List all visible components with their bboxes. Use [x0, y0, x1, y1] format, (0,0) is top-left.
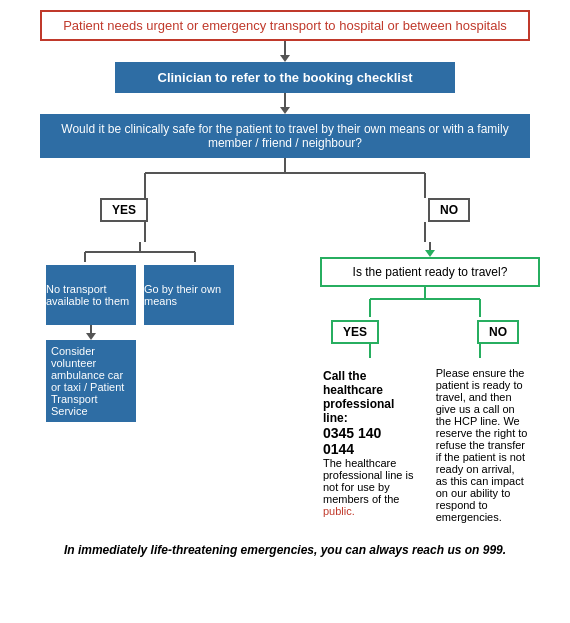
call-box: Call the healthcare professional line: 0…: [315, 361, 422, 525]
left-col-consider: Consider volunteer ambulance car or taxi…: [45, 325, 137, 422]
branch-svg-top: [40, 158, 530, 198]
call-note-text: The healthcare professional line is not …: [323, 457, 414, 517]
consider-box: Consider volunteer ambulance car or taxi…: [46, 340, 136, 422]
yes2-label: YES: [331, 320, 379, 344]
yes-branch: No transport available to them Go by the…: [40, 242, 240, 422]
main-content-row: No transport available to them Go by the…: [40, 242, 530, 529]
start-text: Patient needs urgent or emergency transp…: [63, 18, 507, 33]
q2-svg: [315, 287, 535, 317]
question2-text: Is the patient ready to travel?: [353, 265, 508, 279]
connector-2: [284, 93, 286, 107]
consider-text: Consider volunteer ambulance car or taxi…: [51, 345, 124, 417]
no-transport-box: No transport available to them: [46, 265, 136, 325]
vline-consider: [90, 325, 92, 333]
clinician-box: Clinician to refer to the booking checkl…: [115, 62, 455, 93]
no-transport-text: No transport available to them: [46, 283, 136, 307]
yes-no-row: YES NO: [40, 198, 530, 222]
branches-wrapper: YES NO: [40, 158, 530, 529]
branch-svg-mid: [40, 222, 530, 242]
own-means-text: Go by their own means: [144, 283, 234, 307]
call-warning-row: Call the healthcare professional line: 0…: [315, 361, 535, 529]
arrow-consider: [86, 333, 96, 340]
q2-split: [315, 287, 535, 320]
warning-box: Please ensure the patient is ready to tr…: [430, 361, 535, 529]
arrow-no: [425, 250, 435, 257]
call-title-text: Call the healthcare professional line:: [323, 369, 414, 425]
yes2-no2-row: YES NO: [315, 320, 535, 344]
question2-box: Is the patient ready to travel?: [320, 257, 540, 287]
question1-box: Would it be clinically safe for the pati…: [40, 114, 530, 158]
call-number-text: 0345 140 0144: [323, 425, 414, 457]
clinician-text: Clinician to refer to the booking checkl…: [158, 70, 413, 85]
yes-label: YES: [100, 198, 148, 222]
question1-text: Would it be clinically safe for the pati…: [61, 122, 508, 150]
own-means-box: Go by their own means: [144, 265, 234, 325]
yes2-no2-lines: [315, 344, 535, 361]
arrow-2: [280, 107, 290, 114]
yes-sub-boxes: No transport available to them Go by the…: [46, 265, 234, 325]
arrow-1: [280, 55, 290, 62]
connector-1: [284, 41, 286, 55]
vline-no: [429, 242, 431, 250]
warning-text: Please ensure the patient is ready to tr…: [436, 367, 528, 523]
public-word: public.: [323, 505, 355, 517]
start-box: Patient needs urgent or emergency transp…: [40, 10, 530, 41]
split-line-top: [40, 158, 530, 198]
yes-sub-svg: [40, 242, 240, 262]
no-label: NO: [428, 198, 470, 222]
yes-sub-split: [40, 242, 240, 265]
bottom-note: In immediately life-threatening emergenc…: [40, 543, 530, 557]
no2-label: NO: [477, 320, 519, 344]
branch-lines-mid: [40, 222, 530, 242]
yes2-no2-svg: [315, 344, 535, 358]
flowchart: Patient needs urgent or emergency transp…: [10, 10, 560, 557]
consider-connector: Consider volunteer ambulance car or taxi…: [45, 325, 235, 422]
no-branch: Is the patient ready to travel? YES NO: [330, 242, 530, 529]
bottom-note-text: In immediately life-threatening emergenc…: [64, 543, 506, 557]
